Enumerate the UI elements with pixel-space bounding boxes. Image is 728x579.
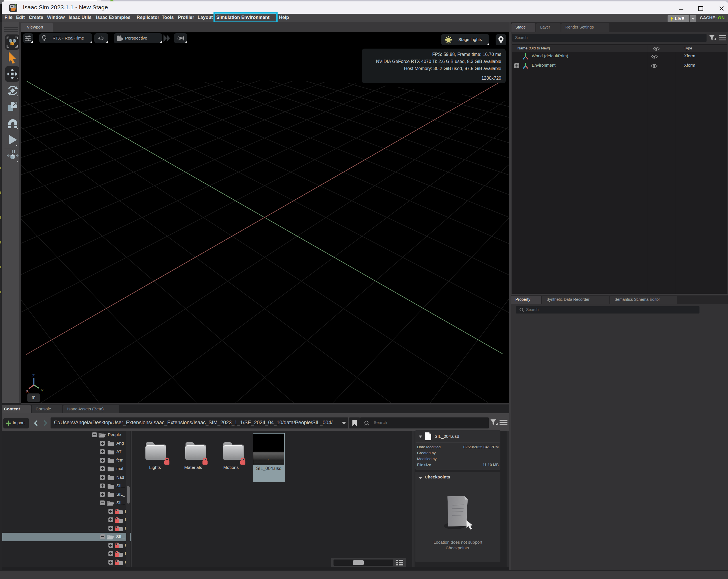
svg-text:X: X	[26, 388, 28, 394]
svg-text:Z: Z	[32, 375, 35, 378]
svg-text:Y: Y	[41, 388, 44, 393]
